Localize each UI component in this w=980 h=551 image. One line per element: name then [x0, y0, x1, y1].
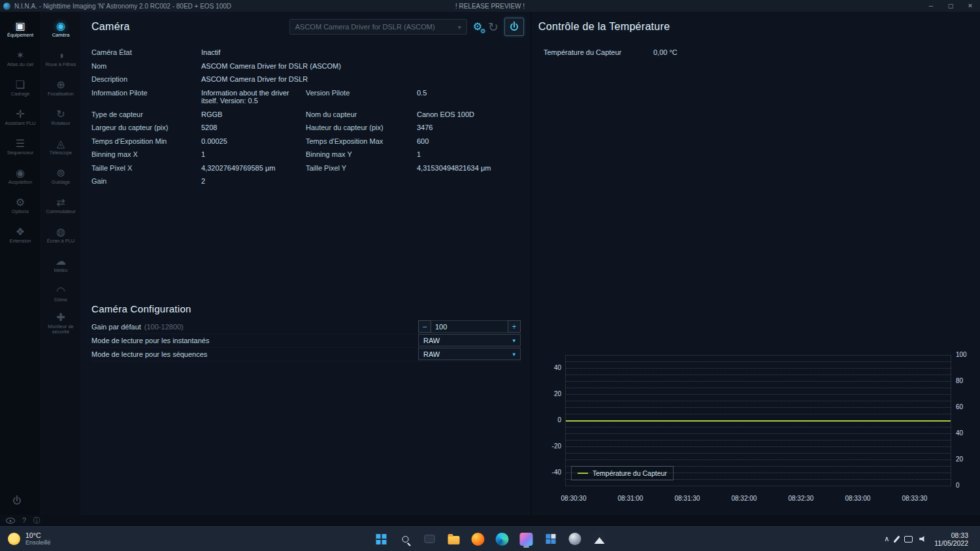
rescan-devices-button[interactable]: ↻ [488, 21, 498, 33]
connect-all-button[interactable] [12, 495, 22, 509]
camera-panel-header: Caméra ASCOM Camera Driver for DSLR (ASC… [80, 12, 531, 42]
sidebar-item-meteo[interactable]: ☁Météo [41, 250, 80, 279]
sidebar-item-commutateur[interactable]: ⇄Commutateur [41, 191, 80, 220]
atlas-du-ciel-icon: ✶ [16, 50, 24, 61]
sidebar-item-label: Guidage [52, 180, 70, 185]
y-axis-right-tick: 20 [956, 456, 974, 463]
info-label: Description [91, 73, 201, 86]
info-value: 4,31530494821634 μm [417, 161, 523, 175]
close-button[interactable]: ✕ [960, 0, 980, 12]
info-label: Hauteur du capteur (pix) [306, 121, 417, 135]
sidebar-item-extension[interactable]: ❖Extension [0, 220, 41, 250]
readout-snapshot-dropdown[interactable]: RAW ▾ [418, 334, 521, 346]
taskbar-clock[interactable]: 08:33 11/05/2022 [930, 531, 972, 547]
firefox-icon [472, 533, 485, 546]
gridline [566, 466, 951, 467]
readout-snapshot-row: Mode de lecture pour les instantanés RAW… [91, 334, 521, 348]
weather-condition: Ensoleillé [25, 539, 51, 546]
gridline [566, 427, 951, 427]
release-preview-banner: ! RELEASE PREVIEW ! [455, 3, 525, 10]
sidebar-item-acquisition[interactable]: ◉Acquisition [0, 161, 41, 191]
volume-tray-button[interactable] [916, 527, 930, 551]
info-value: 4,32027649769585 μm [201, 161, 306, 175]
sidebar-item-moniteur-de-securite[interactable]: ✚Moniteur de sécurité [41, 309, 80, 338]
nina-app-button[interactable] [519, 531, 534, 547]
firefox-button[interactable] [470, 531, 486, 547]
x-axis-tick: 08:32:00 [731, 495, 757, 502]
chevron-down-icon: ▾ [458, 24, 461, 31]
system-tray: ∧ 08:33 11/05/2022 [881, 527, 980, 551]
search-button[interactable] [398, 531, 414, 547]
visibility-toggle-button[interactable] [6, 518, 15, 524]
help-button[interactable]: ? [22, 517, 26, 524]
gridline [566, 473, 951, 473]
photos-app-button[interactable] [591, 531, 607, 547]
sidebar-item-label: Dôme [54, 297, 67, 303]
camera-device-dropdown[interactable]: ASCOM Camera Driver for DSLR (ASCOM) ▾ [289, 19, 467, 35]
sidebar-item-label: Roue à Filtres [46, 62, 76, 67]
about-button[interactable]: ⓘ [33, 517, 41, 524]
sidebar-item-label: Acquisition [8, 180, 32, 185]
gridline [566, 440, 951, 441]
sidebar-item-ecran-a-plu[interactable]: ◍Écran à PLU [41, 220, 80, 250]
sidebar-item-rotateur[interactable]: ↻Rotateur [41, 103, 80, 132]
readout-sequence-value: RAW [423, 350, 440, 358]
camera-icon: ◉ [56, 20, 65, 31]
sidebar-item-sequenceur[interactable]: ☰Séquenceur [0, 132, 41, 161]
x-axis-tick: 08:33:30 [902, 495, 927, 502]
x-axis-tick: 08:32:30 [788, 495, 813, 502]
y-axis-left-tick: 40 [543, 365, 561, 371]
display-tray-button[interactable] [901, 527, 916, 551]
refresh-icon: ↻ [488, 21, 498, 33]
sidebar-item-dome[interactable]: ◠Dôme [41, 279, 80, 309]
info-value: 5208 [201, 121, 306, 135]
sidebar-item-cadrage[interactable]: ❏Cadrage [0, 73, 41, 103]
info-label: Nom du capteur [306, 108, 417, 122]
gridline [566, 433, 951, 434]
file-explorer-button[interactable] [446, 531, 462, 547]
sidebar-item-focalisation[interactable]: ⊕Focalisation [41, 73, 80, 103]
task-view-button[interactable] [422, 531, 438, 547]
sidebar-item-camera[interactable]: ◉Caméra [41, 14, 80, 44]
sidebar-item-equipement[interactable]: ▣Équipement [0, 14, 41, 44]
info-label: Taille Pixel Y [306, 161, 417, 175]
sidebar-item-guidage[interactable]: ⊚Guidage [41, 161, 80, 191]
gain-decrement-button[interactable]: − [418, 320, 431, 333]
gain-increment-button[interactable]: + [508, 320, 521, 333]
minimize-button[interactable]: ─ [921, 0, 941, 12]
sidebar-item-label: Télescope [50, 150, 73, 156]
pen-tray-button[interactable] [892, 527, 901, 551]
camera-settings-button[interactable]: ⚙⚙ [473, 22, 482, 32]
temperature-panel: Contrôle de la Température Température d… [531, 12, 980, 515]
temperature-panel-header: Contrôle de la Température [532, 12, 980, 42]
sidebar-item-label: Options [12, 209, 29, 214]
sphere-app-button[interactable] [567, 531, 583, 547]
acquisition-icon: ◉ [16, 167, 25, 178]
camera-connect-button[interactable] [504, 18, 524, 36]
gridline [566, 388, 951, 388]
dome-icon: ◠ [56, 285, 65, 296]
info-label: Binning max Y [306, 148, 417, 161]
sidebar-item-roue-a-filtres[interactable]: ◑Roue à Filtres [41, 44, 80, 73]
sensor-temperature-value: 0,00 °C [653, 46, 972, 59]
tray-overflow-button[interactable]: ∧ [881, 527, 892, 551]
sidebar-item-label: Commutateur [46, 209, 75, 214]
sphere-app-icon [568, 533, 581, 545]
taskbar-center [374, 527, 607, 551]
readout-sequence-dropdown[interactable]: RAW ▾ [418, 348, 521, 360]
chart-plot: Température du Capteur 40200-20-40100806… [565, 355, 951, 486]
gridline [566, 361, 951, 362]
sidebar-item-assistant-plu[interactable]: ✛Assistant PLU [0, 103, 41, 132]
sidebar-item-options[interactable]: ⚙Options [0, 191, 41, 220]
weather-widget[interactable]: 10°C Ensoleillé [0, 527, 59, 551]
ecran-a-plu-icon: ◍ [56, 226, 65, 237]
gain-default-label: Gain par défaut [91, 323, 141, 331]
start-button[interactable] [374, 531, 389, 547]
maximize-button[interactable]: ▢ [941, 0, 960, 12]
edge-button[interactable] [495, 531, 510, 547]
gain-input[interactable] [431, 323, 508, 331]
grid-app-button[interactable] [543, 531, 559, 547]
sidebar-item-atlas-du-ciel[interactable]: ✶Atlas du ciel [0, 44, 41, 73]
sidebar-item-telescope[interactable]: ◬Télescope [41, 132, 80, 161]
folder-icon [448, 536, 460, 544]
